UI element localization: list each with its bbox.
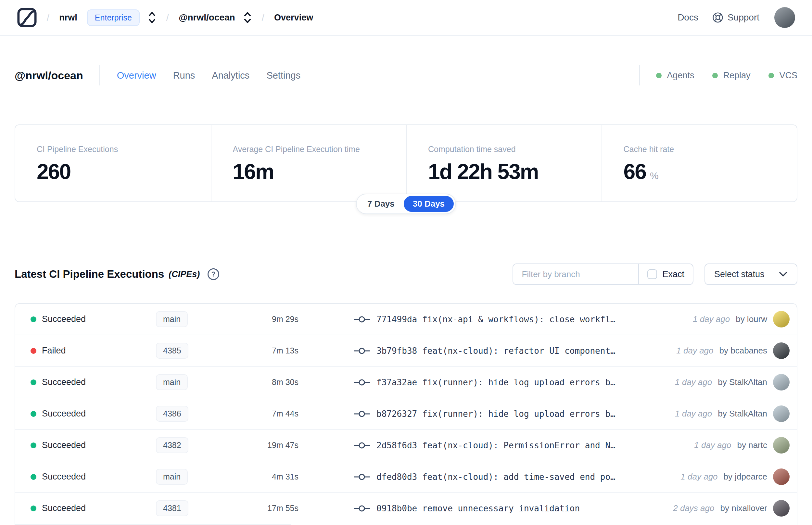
cipe-row[interactable]: Succeeded 4382 19m 47s 2d58f6d3 feat(nx-… [15,430,797,461]
cipe-row[interactable]: Succeeded main 9m 29s 771499da fix(nx-ap… [15,304,797,335]
author-name: by StalkAltan [718,409,767,419]
cipe-status-label: Succeeded [42,440,86,450]
org-selector-chevron-icon[interactable] [148,11,156,24]
status-select-dropdown[interactable]: Select status [704,264,797,285]
cipe-commit-cell: b8726327 fix(runner): hide log upload er… [354,409,675,419]
tab-analytics[interactable]: Analytics [212,70,249,81]
commit-message: 3b79fb38 feat(nx-cloud): refactor UI com… [377,346,615,356]
cipe-status-cell: Succeeded [31,503,141,513]
tab-runs[interactable]: Runs [173,70,195,81]
enterprise-badge: Enterprise [87,10,140,26]
cipe-duration: 19m 47s [233,440,302,450]
author-avatar [773,405,790,422]
commit-message: 2d58f6d3 feat(nx-cloud): PermissionError… [377,440,615,450]
cipe-status-label: Succeeded [42,377,86,387]
stat-label: Cache hit rate [624,145,784,154]
time-ago: 2 days ago [673,503,714,513]
cipe-filters: Exact Select status [512,264,797,285]
cipe-row[interactable]: Succeeded main 4m 31s dfed80d3 feat(nx-c… [15,461,797,493]
branch-badge: 4386 [156,406,188,422]
author-avatar [773,468,790,485]
breadcrumb-page: Overview [274,13,313,23]
divider [99,65,100,86]
section-title: Latest CI Pipeline Executions [15,268,164,280]
support-link[interactable]: Support [712,12,760,24]
nx-cloud-logo[interactable] [17,7,37,28]
range-7-days-button[interactable]: 7 Days [358,196,404,212]
status-select-label: Select status [714,269,765,280]
cipe-meta-cell: 1 day ago by jdpearce [680,468,790,485]
status-dot-icon [31,442,36,448]
cipe-duration: 4m 31s [233,472,302,481]
branch-badge: main [156,374,188,390]
cipe-duration: 8m 30s [233,377,302,387]
feature-agents-label: Agents [667,71,694,80]
branch-badge: main [156,311,188,327]
cipe-status-cell: Failed [31,346,141,356]
branch-badge: 4381 [156,500,188,516]
status-dot-icon [31,474,36,480]
breadcrumb-separator: / [47,12,49,23]
cipe-status-cell: Succeeded [31,472,141,482]
tab-overview[interactable]: Overview [117,70,156,81]
feature-replay: Replay [712,71,750,80]
cipe-row[interactable]: Succeeded 4386 7m 44s b8726327 fix(runne… [15,398,797,430]
help-circle-icon[interactable]: ? [208,268,219,280]
cipe-row[interactable]: Succeeded main 8m 30s f37a32ae fix(runne… [15,367,797,398]
cipe-meta-cell: 1 day ago by nartc [694,437,790,453]
cipe-status-cell: Succeeded [31,377,141,387]
exact-checkbox[interactable] [647,269,657,279]
top-nav: / nrwl Enterprise / @nrwl/ocean / Overvi… [0,0,812,36]
workspace-tabs: Overview Runs Analytics Settings [117,70,301,81]
cipe-commit-cell: 0918b0be remove unnecessary invalidation [354,504,673,513]
status-dot-icon [656,73,662,78]
stat-value-suffix: % [650,170,659,181]
date-range-toggle: 7 Days 30 Days [356,194,456,214]
cipe-status-label: Succeeded [42,314,86,324]
feature-replay-label: Replay [723,71,750,80]
chevron-down-icon [779,271,788,277]
stat-computation-time-saved: Computation time saved 1d 22h 53m [406,125,601,201]
cipe-status-label: Succeeded [42,472,86,482]
feature-status-group: Agents Replay VCS [639,65,797,86]
breadcrumb-org[interactable]: nrwl [59,13,77,23]
status-dot-icon [768,73,774,78]
life-buoy-icon [712,12,724,24]
time-ago: 1 day ago [675,409,712,419]
workspace-selector-chevron-icon[interactable] [243,11,252,24]
cipe-branch-cell: main [141,469,233,485]
stat-label: Average CI Pipeline Execution time [233,145,393,154]
stat-ci-pipeline-executions: CI Pipeline Executions 260 [15,125,211,201]
user-avatar[interactable] [774,7,795,28]
stat-value: 1d 22h 53m [428,159,588,184]
range-30-days-button[interactable]: 30 Days [404,196,454,212]
exact-toggle: Exact [638,264,693,284]
status-dot-icon [31,379,36,385]
cipe-section-header: Latest CI Pipeline Executions (CIPEs) ? … [15,264,797,285]
cipe-status-cell: Succeeded [31,314,141,324]
cipe-meta-cell: 1 day ago by StalkAltan [675,405,790,422]
cipe-status-label: Succeeded [42,409,86,419]
cipe-row[interactable]: Succeeded 4381 17m 55s 0918b0be remove u… [15,493,797,524]
breadcrumb: / nrwl Enterprise / @nrwl/ocean / Overvi… [17,7,313,28]
branch-filter-input[interactable] [513,264,638,284]
cipe-branch-cell: 4386 [141,406,233,422]
breadcrumb-separator: / [262,12,264,23]
tab-settings[interactable]: Settings [266,70,301,81]
feature-agents: Agents [656,71,694,80]
author-avatar [773,437,790,453]
cipe-table: Succeeded main 9m 29s 771499da fix(nx-ap… [15,303,797,525]
breadcrumb-workspace[interactable]: @nrwl/ocean [179,12,235,23]
page-title: @nrwl/ocean [15,69,83,82]
exact-label[interactable]: Exact [662,269,684,280]
branch-filter-group: Exact [512,264,693,285]
nx-cloud-app: / nrwl Enterprise / @nrwl/ocean / Overvi… [0,0,812,525]
cipe-row[interactable]: Failed 4385 7m 13s 3b79fb38 feat(nx-clou… [15,335,797,367]
cipe-status-label: Failed [42,346,66,356]
branch-badge: main [156,469,188,485]
commit-message: f37a32ae fix(runner): hide log upload er… [377,377,615,387]
stat-label: CI Pipeline Executions [37,145,198,154]
time-ago: 1 day ago [675,377,712,387]
stat-label: Computation time saved [428,145,588,154]
docs-link[interactable]: Docs [677,12,698,23]
